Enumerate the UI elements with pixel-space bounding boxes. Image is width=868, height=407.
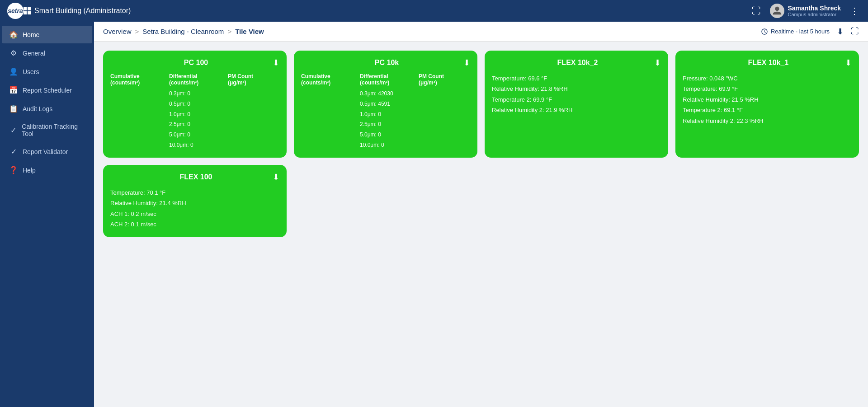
list-item: 5.0μm: 0 bbox=[169, 130, 221, 140]
user-name: Samantha Shreck bbox=[788, 5, 841, 12]
breadcrumb: Overview > Setra Building - Cleanroom > … bbox=[103, 28, 264, 35]
list-item: Relative Humidity: 21.4 %RH bbox=[110, 198, 279, 208]
breadcrumb-sep1: > bbox=[135, 28, 139, 35]
svg-rect-3 bbox=[28, 11, 31, 14]
tile-flex10k2-download[interactable]: ⬇ bbox=[654, 58, 661, 68]
sidebar-item-home[interactable]: 🏠 Home bbox=[2, 26, 92, 43]
sidebar-item-calibration[interactable]: ✓ Calibration Tracking Tool bbox=[2, 118, 92, 142]
list-item: Relative Humidity: 21.5 %RH bbox=[683, 94, 852, 105]
tile-pc10k-col2-header: Differential(counts/m³) bbox=[360, 73, 411, 86]
more-options-icon[interactable]: ⋮ bbox=[848, 4, 861, 18]
tile-pc100-title: PC 100 bbox=[119, 59, 273, 67]
breadcrumb-bar: Overview > Setra Building - Cleanroom > … bbox=[94, 22, 868, 42]
user-avatar bbox=[770, 4, 784, 18]
main-layout: 🏠 Home ⚙ General 👤 Users 📅 Report Schedu… bbox=[0, 22, 868, 407]
sidebar-label-report-validator: Report Validator bbox=[23, 148, 68, 155]
list-item: 5.0μm: 0 bbox=[360, 130, 411, 140]
list-item: Relative Humidity 2: 22.3 %RH bbox=[683, 116, 852, 126]
list-item: Pressure: 0.048 "WC bbox=[683, 73, 852, 84]
list-item: ACH 2: 0.1 m/sec bbox=[110, 219, 279, 229]
svg-rect-2 bbox=[24, 11, 27, 14]
list-item: Relative Humidity 2: 21.9 %RH bbox=[492, 105, 661, 115]
time-info: Realtime - last 5 hours bbox=[761, 28, 830, 35]
list-item: 0.3μm: 0 bbox=[169, 89, 221, 99]
tile-flex10k1-download[interactable]: ⬇ bbox=[845, 58, 852, 68]
tiles-bottom-row: FLEX 100 ⬇ Temperature: 70.1 °F Relative… bbox=[103, 165, 859, 237]
tile-pc100-col-cumulative: Cumulative(counts/m³) bbox=[110, 73, 162, 150]
sidebar-item-audit-logs[interactable]: 📋 Audit Logs bbox=[2, 100, 92, 117]
navbar-title: Smart Building (Administrator) bbox=[24, 7, 131, 15]
tile-flex10k1-content: Pressure: 0.048 "WC Temperature: 69.9 °F… bbox=[683, 73, 852, 126]
tile-pc10k-col2-data: 0.3μm: 42030 0.5μm: 4591 1.0μm: 0 2.5μm:… bbox=[360, 89, 411, 150]
sidebar-item-report-validator[interactable]: ✓ Report Validator bbox=[2, 143, 92, 160]
user-role: Campus administrator bbox=[788, 12, 841, 17]
tile-flex100-content: Temperature: 70.1 °F Relative Humidity: … bbox=[110, 187, 279, 230]
tile-flex10k2-content: Temperature: 69.6 °F Relative Humidity: … bbox=[492, 73, 661, 116]
tile-pc100-col-pmcount: PM Count(μg/m³) bbox=[228, 73, 279, 150]
clipboard-icon: 📋 bbox=[9, 104, 18, 113]
calendar-icon: 📅 bbox=[9, 86, 18, 94]
expand-icon[interactable]: ⛶ bbox=[750, 4, 763, 18]
time-label: Realtime - last 5 hours bbox=[771, 28, 830, 35]
tile-pc100-header: PC 100 ⬇ bbox=[110, 58, 279, 68]
list-item: 0.5μm: 0 bbox=[169, 99, 221, 109]
tile-pc10k-columns: Cumulative(counts/m³) Differential(count… bbox=[301, 73, 470, 150]
grid-icon bbox=[24, 7, 31, 14]
check-icon: ✓ bbox=[9, 147, 18, 156]
tile-pc100-download[interactable]: ⬇ bbox=[273, 58, 279, 68]
tile-pc10k-download[interactable]: ⬇ bbox=[463, 58, 470, 68]
tile-flex10k1-title: FLEX 10k_1 bbox=[692, 59, 845, 67]
clock-icon bbox=[761, 28, 768, 35]
list-item: Temperature 2: 69.1 °F bbox=[683, 105, 852, 115]
list-item: 10.0μm: 0 bbox=[169, 140, 221, 150]
list-item: Temperature: 69.6 °F bbox=[492, 73, 661, 84]
tiles-area: PC 100 ⬇ Cumulative(counts/m³) Different… bbox=[94, 42, 868, 407]
tile-pc100-col-differential: Differential(counts/m³) 0.3μm: 0 0.5μm: … bbox=[169, 73, 221, 150]
logo-circle: setra bbox=[7, 3, 24, 19]
navbar: setra Smart Building (Administrator) ⛶ S… bbox=[0, 0, 868, 22]
breadcrumb-sep2: > bbox=[227, 28, 231, 35]
person-icon bbox=[772, 6, 782, 16]
tile-flex10k1-header: FLEX 10k_1 ⬇ bbox=[683, 58, 852, 68]
breadcrumb-building[interactable]: Setra Building - Cleanroom bbox=[142, 28, 224, 35]
sidebar-item-general[interactable]: ⚙ General bbox=[2, 44, 92, 62]
list-item: 0.3μm: 42030 bbox=[360, 89, 411, 99]
sidebar-item-report-scheduler[interactable]: 📅 Report Scheduler bbox=[2, 81, 92, 99]
tile-pc10k-col-cumulative: Cumulative(counts/m³) bbox=[301, 73, 353, 150]
setra-logo: setra bbox=[7, 3, 24, 19]
tile-pc100-col2-data: 0.3μm: 0 0.5μm: 0 1.0μm: 0 2.5μm: 0 5.0μ… bbox=[169, 89, 221, 150]
user-text: Samantha Shreck Campus administrator bbox=[788, 5, 841, 17]
breadcrumb-right: Realtime - last 5 hours ⬇ ⛶ bbox=[761, 27, 859, 37]
tile-pc10k-col-differential: Differential(counts/m³) 0.3μm: 42030 0.5… bbox=[360, 73, 411, 150]
tile-flex100-download[interactable]: ⬇ bbox=[273, 172, 279, 182]
breadcrumb-current: Tile View bbox=[235, 28, 264, 35]
list-item: Temperature: 70.1 °F bbox=[110, 187, 279, 198]
tile-pc10k-col3-header: PM Count(μg/m³) bbox=[419, 73, 470, 86]
content: Overview > Setra Building - Cleanroom > … bbox=[94, 22, 868, 407]
list-item: 2.5μm: 0 bbox=[169, 119, 221, 130]
svg-rect-1 bbox=[28, 7, 31, 10]
tiles-top-row: PC 100 ⬇ Cumulative(counts/m³) Different… bbox=[103, 51, 859, 158]
list-item: Temperature 2: 69.9 °F bbox=[492, 94, 661, 105]
list-item: Temperature: 69.9 °F bbox=[683, 84, 852, 94]
sidebar: 🏠 Home ⚙ General 👤 Users 📅 Report Schedu… bbox=[0, 22, 94, 407]
list-item: ACH 1: 0.2 m/sec bbox=[110, 209, 279, 219]
tile-flex10k2: FLEX 10k_2 ⬇ Temperature: 69.6 °F Relati… bbox=[485, 51, 668, 158]
fullscreen-icon[interactable]: ⛶ bbox=[851, 27, 859, 36]
download-icon[interactable]: ⬇ bbox=[837, 27, 844, 37]
tile-flex100: FLEX 100 ⬇ Temperature: 70.1 °F Relative… bbox=[103, 165, 287, 237]
tile-flex10k1: FLEX 10k_1 ⬇ Pressure: 0.048 "WC Tempera… bbox=[675, 51, 859, 158]
svg-rect-0 bbox=[24, 7, 27, 10]
tile-pc10k-header: PC 10k ⬇ bbox=[301, 58, 470, 68]
sidebar-label-calibration: Calibration Tracking Tool bbox=[22, 123, 85, 137]
navbar-right: ⛶ Samantha Shreck Campus administrator ⋮ bbox=[750, 4, 861, 18]
sidebar-label-home: Home bbox=[23, 31, 39, 38]
sidebar-item-help[interactable]: ❓ Help bbox=[2, 161, 92, 179]
list-item: 0.5μm: 4591 bbox=[360, 99, 411, 109]
tile-pc100-col3-header: PM Count(μg/m³) bbox=[228, 73, 279, 86]
sidebar-label-users: Users bbox=[23, 68, 39, 75]
breadcrumb-overview[interactable]: Overview bbox=[103, 28, 132, 35]
sidebar-item-users[interactable]: 👤 Users bbox=[2, 63, 92, 80]
tile-pc100: PC 100 ⬇ Cumulative(counts/m³) Different… bbox=[103, 51, 287, 158]
tile-pc10k-title: PC 10k bbox=[310, 59, 463, 67]
